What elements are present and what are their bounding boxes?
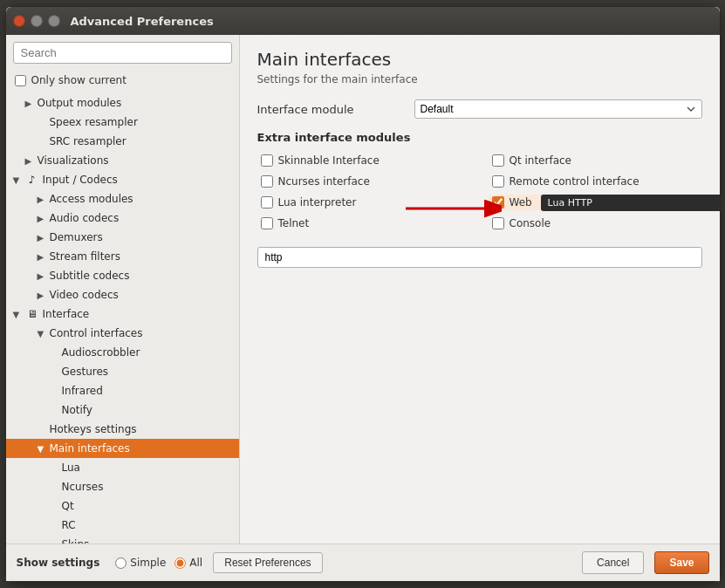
skinnable-checkbox[interactable] — [261, 154, 273, 167]
bottom-bar: Show settings Simple All Reset Preferenc… — [6, 544, 720, 581]
interface-module-row: Interface module Default — [257, 99, 702, 119]
monitor-icon: 🖥 — [25, 307, 39, 321]
arrow-icon: ▶ — [25, 99, 36, 108]
only-show-current: Only show current — [6, 71, 239, 93]
close-button[interactable] — [13, 15, 25, 27]
sidebar-item-access-modules[interactable]: ▶ Access modules — [6, 189, 239, 209]
qt-interface-checkbox[interactable] — [492, 154, 504, 167]
sidebar-item-rc[interactable]: RC — [6, 516, 239, 535]
save-button[interactable]: Save — [654, 551, 708, 574]
maximize-button[interactable] — [48, 15, 60, 27]
show-settings-radio-group: Simple All — [115, 557, 202, 569]
titlebar: Advanced Preferences — [6, 7, 720, 35]
sidebar-item-audio-codecs[interactable]: ▶ Audio codecs — [6, 209, 239, 228]
sidebar-item-subtitle-codecs[interactable]: ▶ Subtitle codecs — [6, 266, 239, 285]
sidebar-item-notify[interactable]: Notify — [6, 400, 239, 420]
sidebar-item-ncurses[interactable]: Ncurses — [6, 477, 239, 496]
reset-button[interactable]: Reset Preferences — [213, 552, 322, 573]
search-input[interactable] — [13, 42, 232, 64]
remote-control-checkbox[interactable] — [492, 175, 504, 188]
sidebar-item-gestures[interactable]: Gestures — [6, 362, 239, 381]
interface-module-label: Interface module — [257, 103, 414, 116]
window-title: Advanced Preferences — [71, 15, 214, 28]
http-input[interactable] — [257, 247, 702, 268]
sidebar-item-visualizations[interactable]: ▶ Visualizations — [6, 151, 239, 170]
sidebar-item-src[interactable]: SRC resampler — [6, 132, 239, 151]
simple-radio-label[interactable]: Simple — [115, 557, 166, 569]
page-title: Main interfaces — [257, 49, 702, 70]
module-qt-interface: Qt interface — [489, 153, 702, 168]
sidebar-item-infrared[interactable]: Infrared — [6, 381, 239, 400]
app-window: Advanced Preferences Only show current ▶… — [5, 6, 721, 582]
sidebar-item-interface[interactable]: ▼ 🖥 Interface — [6, 304, 239, 324]
sidebar-item-lua[interactable]: Lua — [6, 458, 239, 477]
modules-grid: Skinnable Interface Qt interface Ncurses… — [257, 153, 702, 231]
main-content: Only show current ▶ Output modules Speex… — [6, 35, 720, 544]
show-settings-label: Show settings — [17, 557, 100, 569]
cancel-button[interactable]: Cancel — [582, 551, 644, 574]
sidebar-item-hotkeys[interactable]: Hotkeys settings — [6, 420, 239, 439]
ncurses-checkbox[interactable] — [261, 175, 273, 188]
module-ncurses: Ncurses interface — [257, 174, 471, 189]
module-telnet: Telnet — [257, 215, 471, 231]
sidebar-item-demuxers[interactable]: ▶ Demuxers — [6, 228, 239, 247]
only-show-checkbox[interactable] — [15, 75, 26, 86]
interface-module-select[interactable]: Default — [414, 99, 702, 119]
sidebar: Only show current ▶ Output modules Speex… — [6, 35, 240, 544]
simple-radio[interactable] — [115, 557, 127, 569]
minimize-button[interactable] — [31, 15, 43, 27]
all-radio[interactable] — [174, 557, 186, 569]
all-radio-label[interactable]: All — [174, 557, 202, 569]
sidebar-item-control-interfaces[interactable]: ▼ Control interfaces — [6, 324, 239, 343]
sidebar-item-video-codecs[interactable]: ▶ Video codecs — [6, 285, 239, 304]
module-skinnable: Skinnable Interface — [257, 153, 471, 168]
lua-checkbox[interactable] — [261, 196, 273, 209]
extra-modules-title: Extra interface modules — [257, 131, 702, 144]
sidebar-item-output-modules[interactable]: ▶ Output modules — [6, 93, 239, 113]
module-remote-control: Remote control interface — [489, 174, 702, 189]
module-web: Web Lua HTTP — [489, 195, 702, 210]
console-checkbox[interactable] — [492, 217, 504, 229]
page-subtitle: Settings for the main interface — [257, 73, 702, 85]
sidebar-tree: ▶ Output modules Speex resampler SRC res… — [6, 93, 239, 544]
sidebar-item-input-codecs[interactable]: ▼ ♪ Input / Codecs — [6, 170, 239, 189]
module-console: Console — [489, 215, 702, 231]
sidebar-item-stream-filters[interactable]: ▶ Stream filters — [6, 247, 239, 266]
module-lua: Lua interpreter — [257, 195, 471, 210]
sidebar-item-qt[interactable]: Qt — [6, 496, 239, 516]
sidebar-item-main-interfaces[interactable]: ▼ Main interfaces — [6, 439, 239, 458]
sidebar-item-skins[interactable]: Skins — [6, 535, 239, 544]
lua-http-tooltip: Lua HTTP — [541, 195, 720, 211]
sidebar-item-speex[interactable]: Speex resampler — [6, 113, 239, 132]
sidebar-item-audioscrobbler[interactable]: Audioscrobbler — [6, 343, 239, 362]
main-panel: Main interfaces Settings for the main in… — [240, 35, 720, 544]
web-checkbox[interactable] — [492, 196, 504, 209]
telnet-checkbox[interactable] — [261, 217, 273, 229]
music-icon: ♪ — [25, 173, 39, 187]
